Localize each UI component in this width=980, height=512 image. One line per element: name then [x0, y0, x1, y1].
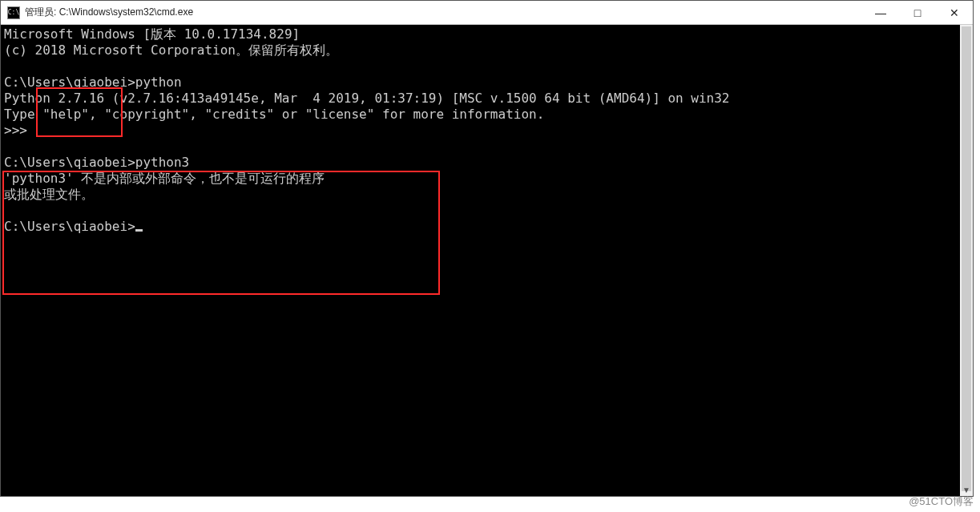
minimize-button[interactable]: —: [862, 1, 899, 25]
cmd-icon: C:\: [7, 6, 20, 19]
terminal-line: Type "help", "copyright", "credits" or "…: [4, 107, 957, 123]
cmd-window: C:\ 管理员: C:\Windows\system32\cmd.exe — □…: [0, 0, 974, 497]
maximize-button[interactable]: □: [899, 1, 936, 25]
terminal-line: (c) 2018 Microsoft Corporation。保留所有权利。: [4, 42, 957, 58]
terminal-line: C:\Users\qiaobei>python3: [4, 155, 957, 171]
terminal-output[interactable]: Microsoft Windows [版本 10.0.17134.829](c)…: [1, 25, 960, 496]
vertical-scrollbar[interactable]: ▲ ▼: [960, 25, 973, 496]
close-button[interactable]: ✕: [936, 1, 973, 25]
cursor: [135, 229, 143, 232]
terminal-line: >>>: [4, 123, 957, 139]
terminal-line: [4, 139, 957, 155]
terminal-line: Microsoft Windows [版本 10.0.17134.829]: [4, 26, 957, 42]
client-area: Microsoft Windows [版本 10.0.17134.829](c)…: [1, 25, 973, 496]
terminal-line: 'python3' 不是内部或外部命令，也不是可运行的程序: [4, 171, 957, 187]
titlebar[interactable]: C:\ 管理员: C:\Windows\system32\cmd.exe — □…: [1, 1, 973, 25]
scroll-thumb[interactable]: [962, 26, 971, 491]
terminal-line: C:\Users\qiaobei>python: [4, 75, 957, 91]
terminal-line: [4, 203, 957, 219]
window-title: 管理员: C:\Windows\system32\cmd.exe: [25, 6, 193, 19]
terminal-line: Python 2.7.16 (v2.7.16:413a49145e, Mar 4…: [4, 91, 957, 107]
terminal-line: [4, 58, 957, 75]
terminal-line: 或批处理文件。: [4, 187, 957, 203]
watermark-text: @51CTO博客: [909, 494, 974, 509]
terminal-line: C:\Users\qiaobei>: [4, 219, 957, 235]
